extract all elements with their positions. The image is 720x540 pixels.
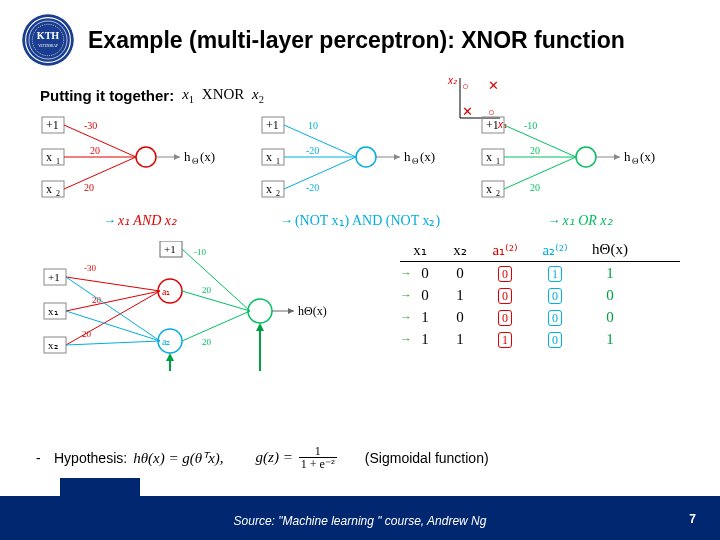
th-x1: x₁ — [400, 241, 440, 259]
truth-row: →10000 — [400, 306, 680, 328]
truth-row: →01000 — [400, 284, 680, 306]
hypothesis-note: (Sigmoidal function) — [365, 450, 489, 466]
svg-text:-20: -20 — [306, 182, 319, 193]
svg-line-88 — [66, 277, 160, 341]
net-and: +1 x1 x2 -30 20 20 hΘ(x) →x₁ AND x₂ — [40, 113, 240, 229]
svg-line-82 — [66, 277, 160, 291]
svg-text:+1: +1 — [266, 118, 279, 132]
arrow-icon: → — [280, 213, 293, 228]
hypothesis-label: Hypothesis: — [54, 450, 127, 466]
svg-text:20: 20 — [530, 145, 540, 156]
svg-text:1: 1 — [276, 157, 280, 166]
svg-text:2: 2 — [496, 189, 500, 198]
svg-text:-10: -10 — [194, 247, 206, 257]
svg-text:h: h — [184, 149, 191, 164]
svg-text:Θ: Θ — [412, 156, 419, 166]
svg-text:x: x — [486, 182, 492, 196]
subtitle-label: Putting it together: — [40, 87, 174, 104]
svg-line-46 — [284, 157, 356, 189]
footer-bar: Source: "Machine learning " course, Andr… — [0, 496, 720, 540]
svg-text:x: x — [46, 182, 52, 196]
svg-line-66 — [504, 157, 576, 189]
hypothesis-fraction: 1 1 + e⁻ᶻ — [299, 445, 337, 470]
subtitle-expression: x1 XNOR x2 — [182, 86, 264, 105]
svg-line-62 — [504, 125, 576, 157]
footer-step-decoration — [60, 478, 140, 496]
svg-line-99 — [182, 311, 250, 341]
svg-text:-30: -30 — [84, 263, 96, 273]
svg-text:h: h — [404, 149, 411, 164]
kth-logo: KTH VETENSKAP — [20, 12, 76, 68]
svg-text:20: 20 — [202, 337, 212, 347]
svg-text:x: x — [266, 182, 272, 196]
th-a1: a₁⁽²⁾ — [480, 241, 530, 259]
svg-text:-30: -30 — [84, 120, 97, 131]
svg-text:20: 20 — [202, 285, 212, 295]
svg-text:x: x — [486, 150, 492, 164]
th-a2: a₂⁽²⁾ — [530, 241, 580, 259]
caption-or: x₁ OR x₂ — [562, 213, 612, 228]
svg-text:-10: -10 — [524, 120, 537, 131]
svg-text:hΘ(x): hΘ(x) — [298, 304, 327, 318]
svg-marker-106 — [166, 353, 174, 361]
svg-marker-108 — [256, 323, 264, 331]
svg-line-84 — [66, 291, 160, 311]
net-or: +1 x1 x2 -10 20 20 hΘ(x) →x₁ OR x₂ — [480, 113, 680, 229]
svg-text:x: x — [266, 150, 272, 164]
svg-text:20: 20 — [530, 182, 540, 193]
svg-point-101 — [248, 299, 272, 323]
th-x2: x₂ — [440, 241, 480, 259]
hypothesis-row: - Hypothesis: hθ(x) = g(θᵀx), g(z) = 1 1… — [36, 445, 489, 470]
svg-text:x₂: x₂ — [447, 75, 458, 86]
svg-line-95 — [182, 249, 250, 311]
svg-text:-20: -20 — [306, 145, 319, 156]
svg-line-22 — [64, 125, 136, 157]
svg-text:10: 10 — [308, 120, 318, 131]
svg-marker-70 — [614, 154, 620, 160]
svg-text:2: 2 — [276, 189, 280, 198]
svg-text:a₂: a₂ — [162, 336, 170, 347]
svg-text:KTH: KTH — [37, 30, 60, 41]
svg-text:VETENSKAP: VETENSKAP — [38, 44, 58, 48]
svg-text:(x): (x) — [420, 149, 435, 164]
svg-text:Θ: Θ — [632, 156, 639, 166]
svg-text:+1: +1 — [48, 271, 60, 283]
svg-point-68 — [576, 147, 596, 167]
svg-text:20: 20 — [90, 145, 100, 156]
net-notand: +1 x1 x2 10 -20 -20 hΘ(x) →(NOT x₁) AND … — [260, 113, 460, 229]
svg-line-26 — [64, 157, 136, 189]
slide-title: Example (multi-layer perceptron): XNOR f… — [88, 27, 625, 54]
svg-text:(x): (x) — [640, 149, 655, 164]
svg-text:x₂: x₂ — [48, 339, 58, 351]
truth-row: →00011 — [400, 262, 680, 284]
svg-text:2: 2 — [56, 189, 60, 198]
svg-text:✕: ✕ — [462, 104, 473, 119]
truth-table: x₁ x₂ a₁⁽²⁾ a₂⁽²⁾ hΘ(x) →00011→01000→100… — [400, 241, 680, 350]
svg-marker-50 — [394, 154, 400, 160]
svg-text:20: 20 — [82, 329, 92, 339]
page-number: 7 — [689, 512, 696, 526]
svg-point-28 — [136, 147, 156, 167]
truth-row: →11101 — [400, 328, 680, 350]
svg-text:Θ: Θ — [192, 156, 199, 166]
svg-text:x: x — [46, 150, 52, 164]
svg-text:20: 20 — [84, 182, 94, 193]
svg-text:h: h — [624, 149, 631, 164]
svg-marker-30 — [174, 154, 180, 160]
svg-text:(x): (x) — [200, 149, 215, 164]
svg-text:a₁: a₁ — [162, 286, 170, 297]
hypothesis-lhs: hθ(x) = g(θᵀx), — [133, 449, 223, 467]
svg-text:1: 1 — [56, 157, 60, 166]
svg-line-90 — [66, 341, 160, 345]
svg-text:✕: ✕ — [488, 78, 499, 93]
caption-notand: (NOT x₁) AND (NOT x₂) — [295, 213, 440, 228]
svg-text:+1: +1 — [486, 118, 499, 132]
arrow-icon: → — [547, 213, 560, 228]
th-h: hΘ(x) — [580, 241, 640, 259]
arrow-icon: → — [103, 213, 116, 228]
source-citation: Source: "Machine learning " course, Andr… — [0, 514, 720, 528]
hypothesis-g: g(z) = — [256, 449, 293, 466]
svg-text:1: 1 — [496, 157, 500, 166]
svg-text:+1: +1 — [46, 118, 59, 132]
svg-marker-103 — [288, 308, 294, 314]
